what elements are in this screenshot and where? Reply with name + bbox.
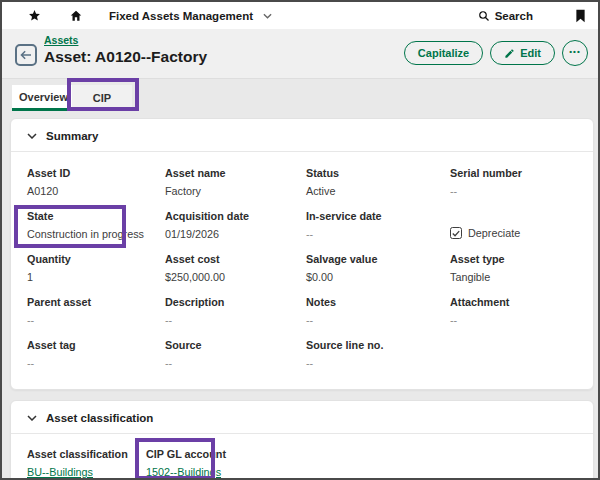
breadcrumb-assets-link[interactable]: Assets: [44, 34, 207, 46]
home-icon[interactable]: [69, 9, 83, 23]
summary-section-header[interactable]: Summary: [11, 119, 593, 152]
app-window: Fixed Assets Management Search Assets As…: [0, 0, 600, 480]
search-button[interactable]: Search: [478, 10, 533, 22]
app-name[interactable]: Fixed Assets Management: [109, 10, 253, 22]
field-parent-asset: Parent asset --: [27, 290, 165, 333]
field-asset-id: Asset ID A0120: [27, 161, 165, 204]
arrow-left-icon: [20, 50, 32, 60]
field-in-service-date: In-service date --: [306, 204, 450, 247]
pencil-icon: [504, 48, 515, 59]
edit-button[interactable]: Edit: [490, 41, 555, 65]
field-description: Description --: [165, 290, 306, 333]
chevron-down-icon: [27, 133, 37, 139]
field-depreciate: Depreciate: [450, 204, 577, 247]
field-asset-type: Asset type Tangible: [450, 247, 577, 290]
field-quantity: Quantity 1: [27, 247, 165, 290]
page-title: Asset: A0120--Factory: [44, 48, 207, 66]
checkmark-icon: [452, 230, 460, 237]
summary-fields: Asset ID A0120 Asset name Factory Status…: [11, 152, 593, 376]
field-state: State Construction in progress: [27, 204, 165, 247]
field-attachment: Attachment --: [450, 290, 577, 333]
tab-overview[interactable]: Overview: [12, 85, 75, 111]
classification-title: Asset classification: [46, 412, 153, 424]
bookmark-icon[interactable]: [575, 9, 586, 23]
field-source-line-no: Source line no. --: [306, 333, 450, 376]
field-cip-gl-account: CIP GL account 1502--Buildings: [146, 442, 577, 480]
more-actions-button[interactable]: •••: [562, 40, 588, 66]
depreciate-label: Depreciate: [468, 227, 520, 239]
field-salvage-value: Salvage value $0.00: [306, 247, 450, 290]
field-asset-classification: Asset classification BU--Buildings: [27, 442, 146, 480]
field-serial-number: Serial number --: [450, 161, 577, 204]
asset-classification-card: Asset classification Asset classificatio…: [10, 400, 594, 480]
search-label: Search: [495, 10, 533, 22]
star-icon[interactable]: [28, 9, 41, 22]
top-bar: Fixed Assets Management Search: [2, 2, 598, 29]
asset-classification-link[interactable]: BU--Buildings: [27, 466, 146, 478]
page-header: Assets Asset: A0120--Factory Capitalize …: [2, 29, 598, 79]
back-button[interactable]: [15, 44, 37, 66]
summary-title: Summary: [46, 130, 98, 142]
classification-fields: Asset classification BU--Buildings CIP G…: [11, 434, 593, 480]
chevron-down-icon: [27, 415, 37, 421]
capitalize-button[interactable]: Capitalize: [404, 41, 483, 65]
field-asset-tag: Asset tag --: [27, 333, 165, 376]
depreciate-checkbox[interactable]: [450, 227, 462, 239]
tab-cip[interactable]: CIP: [72, 85, 132, 111]
field-asset-name: Asset name Factory: [165, 161, 306, 204]
classification-section-header[interactable]: Asset classification: [11, 401, 593, 434]
chevron-down-icon[interactable]: [263, 13, 272, 19]
field-acquisition-date: Acquisition date 01/19/2026: [165, 204, 306, 247]
field-notes: Notes --: [306, 290, 450, 333]
cip-gl-account-link[interactable]: 1502--Buildings: [146, 466, 577, 478]
field-status: Status Active: [306, 161, 450, 204]
search-icon: [478, 10, 490, 22]
summary-card: Summary Asset ID A0120 Asset name Factor…: [10, 118, 594, 390]
field-source: Source --: [165, 333, 306, 376]
field-asset-cost: Asset cost $250,000.00: [165, 247, 306, 290]
